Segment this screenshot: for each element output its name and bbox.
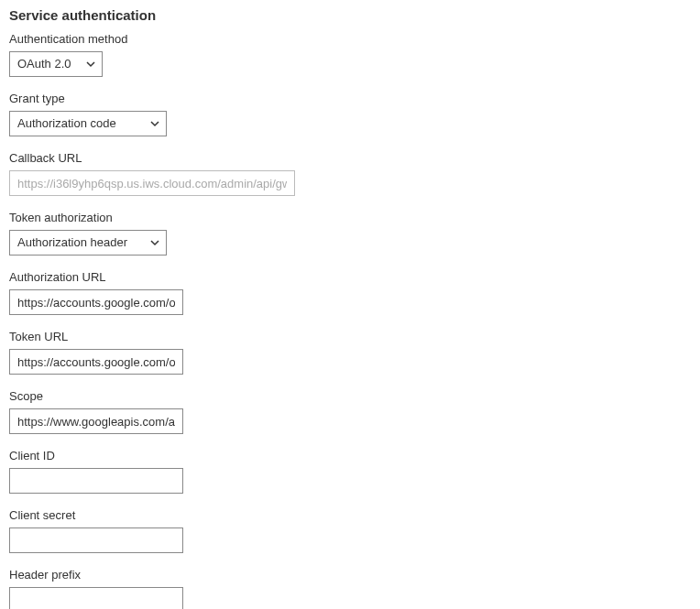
field-client-secret: Client secret [9,508,691,553]
token-authorization-value: Authorization header [17,235,127,249]
header-prefix-label: Header prefix [9,568,691,582]
token-url-label: Token URL [9,330,691,343]
client-secret-label: Client secret [9,508,691,522]
section-title: Service authentication [9,7,691,23]
token-authorization-label: Token authorization [9,211,691,224]
field-authorization-url: Authorization URL [9,270,691,315]
field-grant-type: Grant type Authorization code [9,92,691,136]
grant-type-label: Grant type [9,92,691,105]
field-auth-method: Authentication method OAuth 2.0 [9,32,691,77]
grant-type-value: Authorization code [17,116,116,130]
scope-label: Scope [9,389,691,403]
client-id-label: Client ID [9,449,691,462]
field-header-prefix: Header prefix [9,568,691,609]
auth-method-select[interactable]: OAuth 2.0 [9,51,103,77]
header-prefix-input[interactable] [9,587,183,609]
field-scope: Scope [9,389,691,434]
field-callback-url: Callback URL [9,151,691,196]
callback-url-input[interactable] [9,170,295,196]
auth-method-value: OAuth 2.0 [17,57,71,71]
chevron-down-icon [149,237,160,248]
field-token-url: Token URL [9,330,691,375]
chevron-down-icon [149,118,160,129]
scope-input[interactable] [9,408,183,434]
chevron-down-icon [85,59,96,70]
field-client-id: Client ID [9,449,691,494]
grant-type-select[interactable]: Authorization code [9,111,167,136]
client-secret-input[interactable] [9,527,183,553]
client-id-input[interactable] [9,468,183,494]
field-token-authorization: Token authorization Authorization header [9,211,691,256]
token-url-input[interactable] [9,349,183,375]
authorization-url-label: Authorization URL [9,270,691,284]
authorization-url-input[interactable] [9,289,183,315]
token-authorization-select[interactable]: Authorization header [9,230,167,256]
callback-url-label: Callback URL [9,151,691,165]
auth-method-label: Authentication method [9,32,691,46]
